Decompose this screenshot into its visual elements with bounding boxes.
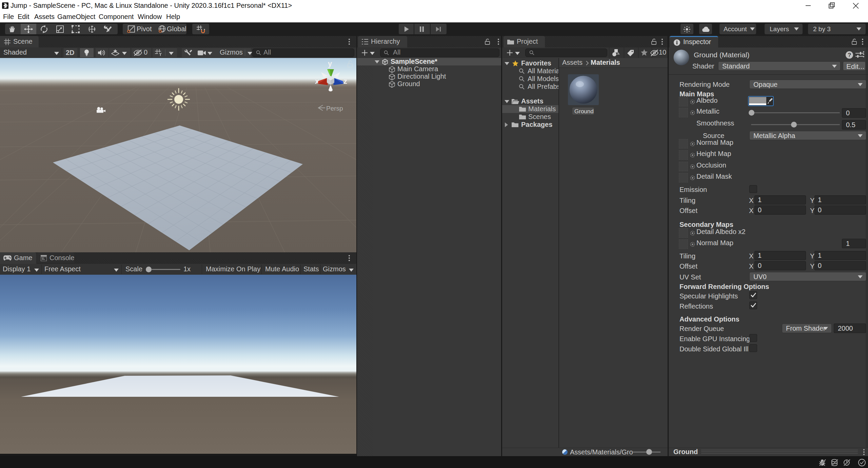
svg-text:Persp: Persp	[326, 105, 343, 112]
svg-text:?: ?	[848, 52, 851, 58]
svg-text:z: z	[343, 77, 347, 85]
svg-text:y: y	[328, 59, 332, 68]
